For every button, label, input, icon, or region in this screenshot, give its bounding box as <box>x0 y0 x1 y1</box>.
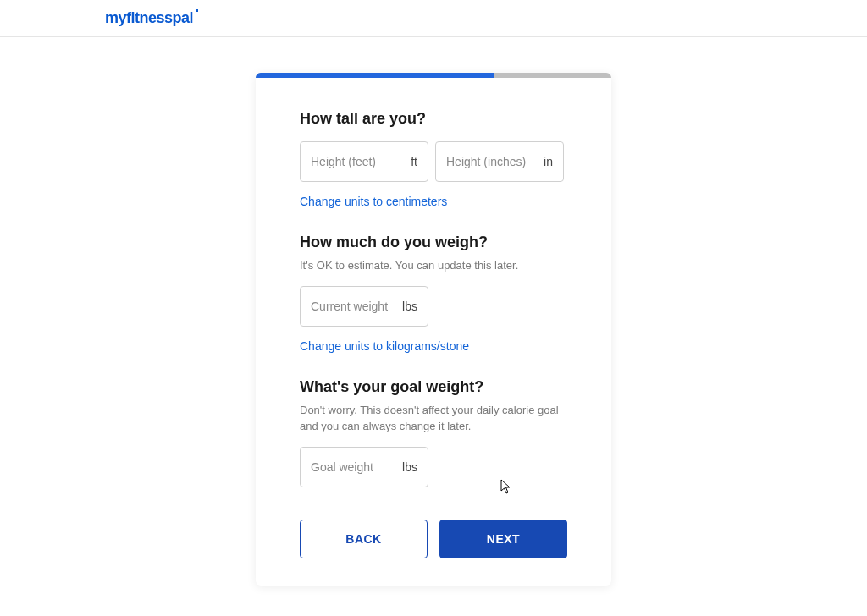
goal-weight-unit: lbs <box>402 460 417 474</box>
app-header: myfitnesspal <box>0 0 867 37</box>
height-feet-wrap[interactable]: ft <box>300 141 428 182</box>
height-question: How tall are you? <box>300 110 567 128</box>
change-weight-units-link[interactable]: Change units to kilograms/stone <box>300 339 469 353</box>
signup-card: How tall are you? ft in Change units to … <box>256 73 611 586</box>
height-inputs-row: ft in <box>300 141 567 182</box>
goal-weight-input[interactable] <box>311 460 397 474</box>
change-height-units-link[interactable]: Change units to centimeters <box>300 195 447 208</box>
next-button[interactable]: NEXT <box>439 520 567 558</box>
height-feet-unit: ft <box>411 155 417 168</box>
weight-section: How much do you weigh? It's OK to estima… <box>300 234 567 373</box>
weight-input-row: lbs <box>300 286 567 327</box>
progress-fill <box>256 73 494 78</box>
weight-question: How much do you weigh? <box>300 234 567 251</box>
back-button[interactable]: BACK <box>300 520 428 558</box>
height-section: How tall are you? ft in Change units to … <box>300 110 567 228</box>
card-body: How tall are you? ft in Change units to … <box>256 78 611 586</box>
current-weight-input[interactable] <box>311 300 397 313</box>
height-inches-wrap[interactable]: in <box>435 141 564 182</box>
button-row: BACK NEXT <box>300 520 567 558</box>
goal-subtext: Don't worry. This doesn't affect your da… <box>300 403 567 435</box>
goal-section: What's your goal weight? Don't worry. Th… <box>300 378 567 487</box>
height-inches-input[interactable] <box>446 155 538 168</box>
current-weight-wrap[interactable]: lbs <box>300 286 428 327</box>
weight-subtext: It's OK to estimate. You can update this… <box>300 258 567 274</box>
height-inches-unit: in <box>544 155 553 168</box>
main-content: How tall are you? ft in Change units to … <box>0 37 867 586</box>
brand-logo: myfitnesspal <box>105 9 193 27</box>
goal-question: What's your goal weight? <box>300 378 567 396</box>
goal-input-row: lbs <box>300 447 567 487</box>
goal-weight-wrap[interactable]: lbs <box>300 447 428 487</box>
height-feet-input[interactable] <box>311 155 406 168</box>
current-weight-unit: lbs <box>402 300 417 313</box>
